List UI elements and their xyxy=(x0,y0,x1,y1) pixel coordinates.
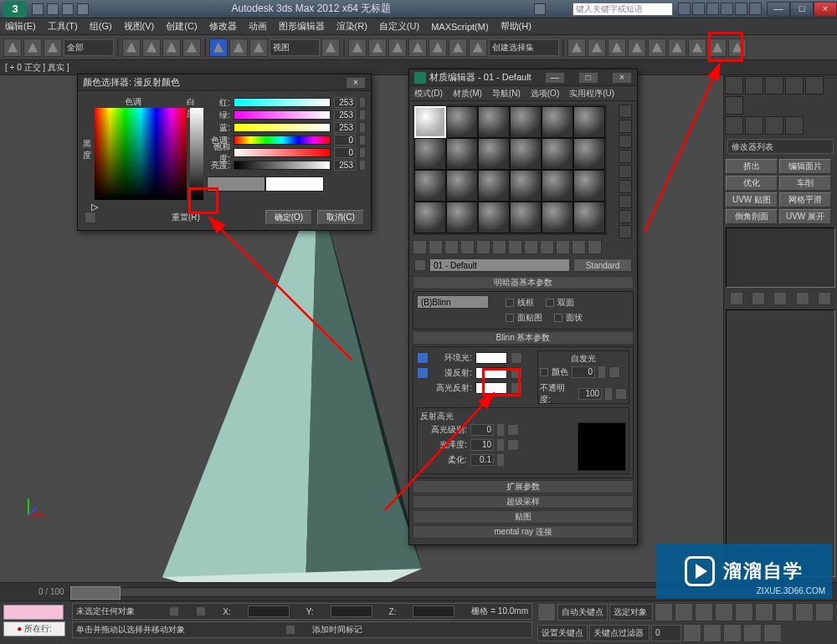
material-slot[interactable] xyxy=(510,138,542,170)
mod-button[interactable]: 编辑面片 xyxy=(779,159,831,174)
material-slot[interactable] xyxy=(414,138,446,170)
selfillum-value[interactable]: 0 xyxy=(572,366,595,378)
green-value[interactable]: 253 xyxy=(334,110,356,120)
material-slot[interactable] xyxy=(573,170,605,202)
material-slot[interactable] xyxy=(446,202,478,233)
sample-type-icon[interactable] xyxy=(619,105,632,118)
sat-value[interactable]: 0 xyxy=(334,147,356,158)
play-icon[interactable] xyxy=(695,603,713,621)
mtl-map-nav-icon[interactable] xyxy=(619,225,632,238)
uvtile-icon[interactable] xyxy=(619,150,632,163)
spec-level-spinner[interactable] xyxy=(497,424,504,436)
ambient-map-icon[interactable] xyxy=(511,352,522,364)
material-slot[interactable] xyxy=(542,106,573,138)
maximize-button[interactable]: □ xyxy=(790,2,814,17)
material-slot[interactable] xyxy=(414,202,446,233)
script-output[interactable] xyxy=(3,605,64,620)
lock-icon[interactable] xyxy=(169,606,179,616)
soften-value[interactable]: 0.1 xyxy=(470,454,494,466)
maps-rollout[interactable]: 贴图 xyxy=(413,510,634,524)
faceted-checkbox[interactable] xyxy=(554,314,562,322)
menu-tools[interactable]: 工具(T) xyxy=(48,20,78,33)
opacity-spinner[interactable] xyxy=(605,388,612,400)
nav-pan-icon[interactable] xyxy=(703,624,721,642)
toolbar-region-icon[interactable] xyxy=(162,38,181,57)
modify-tab-icon[interactable] xyxy=(745,76,763,95)
stack-remove-icon[interactable] xyxy=(796,292,809,305)
nav-max-icon[interactable] xyxy=(763,624,782,642)
mod-button[interactable]: UVW 贴图 xyxy=(726,192,778,207)
ref-coord-dropdown[interactable]: 视图 xyxy=(270,39,320,56)
mat-menu-mode[interactable]: 模式(D) xyxy=(414,88,443,100)
y-field[interactable] xyxy=(331,606,372,617)
hue-spectrum[interactable] xyxy=(95,108,187,200)
sel-set-drop[interactable]: 选定对象 xyxy=(609,604,653,621)
menu-help[interactable]: 帮助(H) xyxy=(501,20,531,33)
cp-subtab[interactable] xyxy=(765,116,783,135)
background-icon[interactable] xyxy=(619,135,632,148)
toolbar-render-setup-icon[interactable] xyxy=(688,38,706,57)
menu-graph[interactable]: 图形编辑器 xyxy=(279,20,325,33)
green-spinner[interactable] xyxy=(359,110,366,120)
nav-zoom-icon[interactable] xyxy=(755,603,773,621)
toolbar-pct-snap-icon[interactable] xyxy=(429,38,447,57)
material-slot[interactable] xyxy=(510,106,542,138)
material-slot[interactable] xyxy=(510,170,542,202)
modifier-list-dropdown[interactable]: 修改器列表 xyxy=(727,139,834,154)
twosided-checkbox[interactable] xyxy=(546,299,554,307)
show-end-icon[interactable] xyxy=(556,240,570,254)
specular-swatch[interactable] xyxy=(475,382,507,394)
nav-orbit-icon[interactable] xyxy=(743,624,762,642)
assign-icon[interactable] xyxy=(444,240,459,254)
app-logo[interactable]: 3 xyxy=(3,1,27,18)
toolbar-spinner-icon[interactable] xyxy=(449,38,467,57)
key-icon[interactable] xyxy=(537,603,556,621)
material-name-input[interactable]: 01 - Default xyxy=(429,258,570,272)
toolbar-render-icon[interactable] xyxy=(728,38,747,57)
display-tab-icon[interactable] xyxy=(805,76,824,95)
key-mode-icon[interactable] xyxy=(196,606,206,616)
val-spinner[interactable] xyxy=(359,160,366,171)
ambient-swatch[interactable] xyxy=(475,352,507,364)
red-slider[interactable] xyxy=(234,98,331,107)
spec-level-map-icon[interactable] xyxy=(507,424,519,436)
material-slot[interactable] xyxy=(446,138,478,170)
hue-slider[interactable] xyxy=(234,135,331,145)
mat-menu-options[interactable]: 选项(O) xyxy=(531,88,559,100)
spec-level-value[interactable]: 0 xyxy=(470,424,494,436)
nav-walk-icon[interactable] xyxy=(723,624,742,642)
toolbar-manip-icon[interactable] xyxy=(348,38,367,57)
stack-pin-icon[interactable] xyxy=(730,292,743,305)
mod-button[interactable]: 挤出 xyxy=(726,159,778,174)
title-tool-icon[interactable] xyxy=(735,3,747,15)
title-tool-icon[interactable] xyxy=(721,3,733,15)
minimize-button[interactable]: — xyxy=(767,2,790,17)
title-tool-icon[interactable] xyxy=(692,3,705,15)
title-tool-icon[interactable] xyxy=(749,3,762,15)
close-icon[interactable]: × xyxy=(346,77,366,89)
toolbar-select-icon[interactable] xyxy=(122,38,141,57)
mod-button[interactable]: 优化 xyxy=(726,176,778,191)
red-spinner[interactable] xyxy=(359,97,366,108)
blue-slider[interactable] xyxy=(234,123,331,132)
supersample-rollout[interactable]: 超级采样 xyxy=(413,495,634,509)
specular-map-icon[interactable] xyxy=(511,382,522,394)
make-unique-icon[interactable] xyxy=(492,240,506,254)
add-time-label[interactable]: 添加时间标记 xyxy=(312,624,362,636)
auto-key-button[interactable]: 自动关键点 xyxy=(557,604,608,621)
extended-rollout[interactable]: 扩展参数 xyxy=(413,480,634,493)
blue-value[interactable]: 253 xyxy=(334,122,356,133)
diffuse-lock-icon[interactable] xyxy=(417,367,429,379)
cp-subtab[interactable] xyxy=(745,116,763,135)
named-selection-dropdown[interactable]: 创建选择集 xyxy=(489,39,559,56)
time-tag-icon[interactable] xyxy=(285,625,295,635)
toolbar-window-icon[interactable] xyxy=(182,38,201,57)
mod-button[interactable]: 网格平滑 xyxy=(779,192,831,207)
menu-maxscript[interactable]: MAXScript(M) xyxy=(431,22,488,32)
play-prev-icon[interactable] xyxy=(675,603,693,621)
go-sibling-icon[interactable] xyxy=(588,240,602,254)
frame-input[interactable]: 0 xyxy=(651,625,681,641)
show-in-vp-icon[interactable] xyxy=(540,240,554,254)
help-search-input[interactable]: 键入关键字或短语 xyxy=(573,3,673,16)
selfillum-map-icon[interactable] xyxy=(608,366,620,378)
